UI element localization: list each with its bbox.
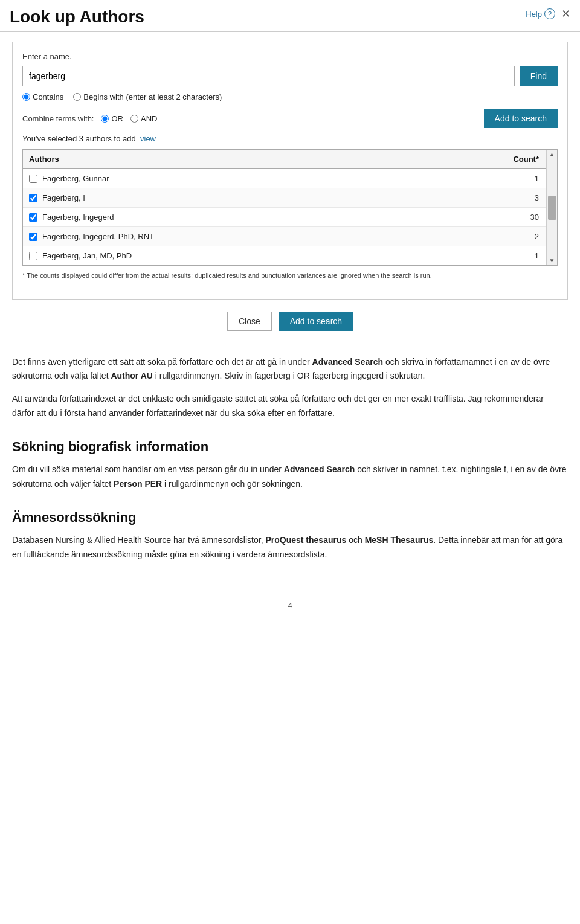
close-icon[interactable]: ✕ xyxy=(561,7,570,21)
header-right: Help ? ✕ xyxy=(526,7,570,21)
contains-label: Contains xyxy=(33,92,63,101)
author-cell-2: Fagerberg, Ingegerd xyxy=(23,208,414,227)
combine-label: Combine terms with: xyxy=(22,114,94,123)
author-checkbox-4[interactable] xyxy=(29,252,37,260)
and-radio-label[interactable]: AND xyxy=(130,114,157,123)
table-header-row: Authors Count* xyxy=(23,150,557,169)
paragraph-1: Det finns även ytterligare ett sätt att … xyxy=(12,355,568,384)
or-radio-label[interactable]: OR xyxy=(101,114,123,123)
contains-radio-label[interactable]: Contains xyxy=(22,92,63,101)
paragraph-4: Databasen Nursing & Allied Health Source… xyxy=(12,533,568,562)
table-row: Fagerberg, Ingegerd30 xyxy=(23,208,557,227)
combine-row: Combine terms with: OR AND Add to search xyxy=(22,109,558,128)
author-name-4: Fagerberg, Jan, MD, PhD xyxy=(42,251,132,260)
section-heading-1: Sökning biografisk information xyxy=(12,435,568,458)
or-label: OR xyxy=(111,114,123,123)
add-to-search-button-top[interactable]: Add to search xyxy=(484,109,558,128)
bottom-buttons: Close Add to search xyxy=(12,312,568,331)
author-count-3: 2 xyxy=(414,227,557,246)
footnote: * The counts displayed could differ from… xyxy=(22,271,558,281)
selected-info: You've selected 3 authors to add view xyxy=(22,134,558,143)
and-radio[interactable] xyxy=(130,115,138,123)
begins-with-radio[interactable] xyxy=(73,93,81,101)
contains-radio[interactable] xyxy=(22,93,30,101)
author-count-4: 1 xyxy=(414,246,557,266)
author-count-1: 3 xyxy=(414,188,557,208)
author-count-0: 1 xyxy=(414,169,557,188)
table-row: Fagerberg, Ingegerd, PhD, RNT2 xyxy=(23,227,557,246)
selected-count-text: You've selected 3 authors to add xyxy=(22,134,136,143)
page-header: Look up Authors Help ? ✕ xyxy=(0,0,580,32)
search-panel: Enter a name. Find Contains Begins with … xyxy=(12,42,568,300)
count-column-header: Count* xyxy=(414,150,557,169)
author-name-2: Fagerberg, Ingegerd xyxy=(42,213,114,222)
and-label: AND xyxy=(141,114,157,123)
begins-with-label: Begins with (enter at least 2 characters… xyxy=(83,92,222,101)
scroll-thumb[interactable] xyxy=(548,196,556,220)
paragraph-2: Att använda författarindexet är det enkl… xyxy=(12,392,568,421)
author-checkbox-2[interactable] xyxy=(29,213,37,222)
author-checkbox-1[interactable] xyxy=(29,194,37,202)
author-count-2: 30 xyxy=(414,208,557,227)
page-number: 4 xyxy=(0,595,580,622)
section-heading-2: Ämnesordssökning xyxy=(12,506,568,528)
table-scrollbar[interactable]: ▲ ▼ xyxy=(546,150,557,265)
search-row: Find xyxy=(22,66,558,86)
table-row: Fagerberg, Jan, MD, PhD1 xyxy=(23,246,557,266)
authors-table: Authors Count* Fagerberg, Gunnar1Fagerbe… xyxy=(23,150,557,265)
find-button[interactable]: Find xyxy=(520,66,558,86)
author-cell-1: Fagerberg, I xyxy=(23,188,414,208)
combine-left: Combine terms with: OR AND xyxy=(22,114,157,123)
match-type-row: Contains Begins with (enter at least 2 c… xyxy=(22,92,558,101)
view-link[interactable]: view xyxy=(140,134,156,143)
text-content: Det finns även ytterligare ett sätt att … xyxy=(0,355,580,595)
or-radio[interactable] xyxy=(101,115,109,123)
page-title: Look up Authors xyxy=(10,7,144,27)
close-button[interactable]: Close xyxy=(227,312,272,331)
author-cell-4: Fagerberg, Jan, MD, PhD xyxy=(23,246,414,266)
author-name-0: Fagerberg, Gunnar xyxy=(42,174,109,183)
author-cell-0: Fagerberg, Gunnar xyxy=(23,169,414,188)
help-icon[interactable]: ? xyxy=(544,8,555,19)
add-to-search-button-bottom[interactable]: Add to search xyxy=(279,312,353,331)
begins-with-radio-label[interactable]: Begins with (enter at least 2 characters… xyxy=(73,92,222,101)
table-row: Fagerberg, Gunnar1 xyxy=(23,169,557,188)
table-row: Fagerberg, I3 xyxy=(23,188,557,208)
main-content: Enter a name. Find Contains Begins with … xyxy=(0,32,580,355)
help-link[interactable]: Help xyxy=(526,10,542,19)
paragraph-3: Om du vill söka material som handlar om … xyxy=(12,463,568,492)
author-cell-3: Fagerberg, Ingegerd, PhD, RNT xyxy=(23,227,414,246)
authors-column-header: Authors xyxy=(23,150,414,169)
author-name-3: Fagerberg, Ingegerd, PhD, RNT xyxy=(42,232,154,241)
authors-table-wrapper: Authors Count* Fagerberg, Gunnar1Fagerbe… xyxy=(22,149,558,266)
author-checkbox-0[interactable] xyxy=(29,175,37,183)
search-input[interactable] xyxy=(22,66,515,86)
scroll-up-arrow[interactable]: ▲ xyxy=(549,151,555,158)
scroll-down-arrow[interactable]: ▼ xyxy=(549,257,555,264)
author-name-1: Fagerberg, I xyxy=(42,193,85,202)
author-checkbox-3[interactable] xyxy=(29,233,37,241)
enter-name-label: Enter a name. xyxy=(22,52,558,61)
